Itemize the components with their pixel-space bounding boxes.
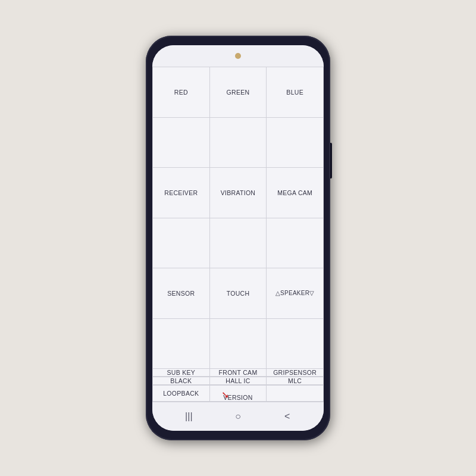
empty-cell bbox=[267, 386, 324, 402]
hall-ic-button[interactable]: HALL IC bbox=[210, 377, 267, 385]
empty-cell bbox=[153, 118, 210, 168]
empty-cell bbox=[153, 319, 210, 369]
red-button[interactable]: RED bbox=[153, 67, 210, 118]
test-grid: RED GREEN BLUE RECEIVER VIBRATION bbox=[152, 67, 324, 402]
screen-content: RED GREEN BLUE RECEIVER VIBRATION bbox=[152, 67, 324, 402]
phone-top-bar bbox=[152, 45, 324, 67]
loopback-button[interactable]: LOOPBACK bbox=[153, 386, 210, 402]
empty-cell bbox=[210, 218, 267, 269]
empty-cell bbox=[210, 118, 267, 168]
home-button[interactable]: ○ bbox=[228, 407, 248, 426]
empty-cell bbox=[267, 218, 324, 269]
empty-cell bbox=[153, 218, 210, 269]
version-button[interactable]: ➘ VERSION bbox=[210, 386, 267, 402]
empty-cell bbox=[267, 402, 324, 402]
blue-button[interactable]: BLUE bbox=[267, 67, 324, 118]
vibration-button[interactable]: VIBRATION bbox=[210, 168, 267, 218]
empty-cell bbox=[267, 319, 324, 369]
green-button[interactable]: GREEN bbox=[210, 67, 267, 118]
sub-key-button[interactable]: SUB KEY bbox=[153, 369, 210, 377]
receiver-button[interactable]: RECEIVER bbox=[153, 168, 210, 218]
empty-cell bbox=[267, 118, 324, 168]
recents-button[interactable]: ||| bbox=[179, 407, 198, 426]
touch-button[interactable]: TOUCH bbox=[210, 268, 267, 319]
side-button bbox=[330, 143, 332, 178]
phone-frame: RED GREEN BLUE RECEIVER VIBRATION bbox=[146, 36, 330, 440]
phone-screen: RED GREEN BLUE RECEIVER VIBRATION bbox=[152, 45, 324, 431]
speaker-button[interactable]: △SPEAKER▽ bbox=[267, 268, 324, 319]
gripsensor-button[interactable]: GRIPSENSOR bbox=[267, 369, 324, 377]
mega-cam-button[interactable]: MEGA CAM bbox=[267, 168, 324, 218]
navigation-bar: ||| ○ < bbox=[152, 402, 324, 431]
empty-cell bbox=[210, 402, 267, 402]
sensor-button[interactable]: SENSOR bbox=[153, 268, 210, 319]
mlc-button[interactable]: MLC bbox=[267, 377, 324, 385]
front-camera bbox=[235, 53, 241, 59]
back-button[interactable]: < bbox=[278, 407, 297, 426]
empty-cell bbox=[210, 319, 267, 369]
front-cam-button[interactable]: FRONT CAM bbox=[210, 369, 267, 377]
empty-cell bbox=[153, 402, 210, 402]
black-button[interactable]: BLACK bbox=[153, 377, 210, 385]
